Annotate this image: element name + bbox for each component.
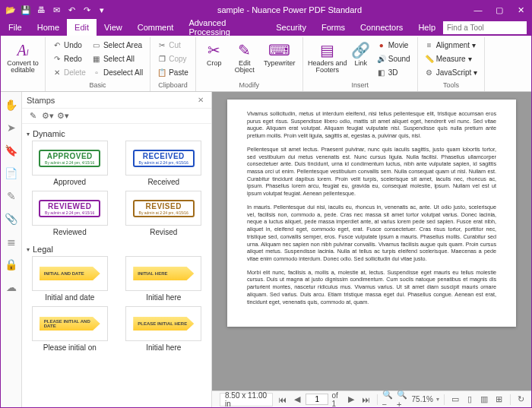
arrow-tool-icon[interactable]: ➤ [3,119,20,136]
cloud-icon[interactable]: ☁ [3,279,20,296]
3d-button[interactable]: ◧3D [375,66,413,79]
menubar: File Home Edit View Comment Advanced Pro… [1,19,531,36]
ribbon-group-modify: ✂ Crop ✎ Edit Object ⌨ Typewriter Modify [196,37,303,91]
copy-button[interactable]: ❐Copy [155,52,191,65]
menu-edit[interactable]: Edit [67,19,97,36]
redo-button[interactable]: ↷Redo [50,52,88,65]
link-button[interactable]: 🔗 Link [349,39,373,81]
print-icon[interactable]: 🖶 [34,3,48,17]
javascript-button[interactable]: ⚙JavaScript ▾ [423,66,480,79]
edit-icon[interactable]: ✎ [3,188,20,204]
paste-button[interactable]: 📋Paste [155,66,191,79]
measure-button[interactable]: 📏Measure ▾ [423,52,480,65]
statusbar: 8.50 x 11.00 in ⏮ ◀ of 1 ▶ ⏭ 🔍− 🔍+ 75.1%… [212,391,531,407]
stamp-preview[interactable]: REVISEDBy admin at 2:24 pm, 4/15/16 [125,191,201,226]
paragraph: Vivamus sollicitudin, metus ut interdum … [247,110,496,140]
panel-close-icon[interactable]: ✕ [195,94,207,106]
crop-button[interactable]: ✂ Crop [201,39,228,81]
delete-button[interactable]: ✕Delete [50,66,88,79]
menu-advanced[interactable]: Advanced Processing [181,19,268,36]
undo-icon[interactable]: ↶ [65,3,78,17]
view-mode-2-icon[interactable]: ▯ [464,393,475,406]
movie-button[interactable]: ●Movie [375,39,413,52]
undo-button[interactable]: ↶Undo [50,39,88,52]
menu-forms[interactable]: Forms [314,19,353,36]
stamp-preview[interactable]: PLEASE INITIAL AND DATE [32,306,108,341]
stamp-item: INITIAL HEREInitial here [121,256,207,302]
bookmarks-icon[interactable]: 🔖 [3,142,20,159]
ribbon-group-convert: AI Convert to editable [1,37,46,91]
next-page-button[interactable]: ▶ [346,393,357,406]
stamp-preview[interactable]: PLEASE INITIAL HERE [125,306,201,341]
category-legal[interactable]: Legal [27,242,207,256]
minimize-button[interactable]: ― [467,1,489,19]
find-tool-input[interactable] [443,21,527,34]
stamp-options-icon[interactable]: ⚙▾ [57,110,69,122]
stamp-item: REVISEDBy admin at 2:24 pm, 4/15/16Revis… [121,191,207,236]
menu-help[interactable]: Help [410,19,443,36]
stamp-item: PLEASE INITIAL AND DATEPlease initial on [27,306,113,352]
menu-view[interactable]: View [97,19,130,36]
last-page-button[interactable]: ⏭ [360,393,372,406]
stamp-item: REVIEWEDBy admin at 2:24 pm, 4/15/16Revi… [27,191,113,236]
zoom-level: 75.1% [412,395,433,403]
mail-icon[interactable]: ✉ [49,3,63,17]
zoom-in-button[interactable]: 🔍+ [397,393,408,406]
deselect-all-icon: ▫ [92,68,101,77]
3d-icon: ◧ [377,68,386,77]
menu-home[interactable]: Home [30,19,67,36]
stamp-settings-icon[interactable]: ⚙▾ [42,110,54,122]
paragraph: Morbi elit nunc, facilisis a, mollis a, … [247,269,496,306]
maximize-button[interactable]: ▢ [489,1,510,19]
select-all-icon: ▦ [92,55,101,64]
sound-button[interactable]: 🔊Sound [375,52,413,65]
save-icon[interactable]: 💾 [19,3,33,17]
typewriter-icon: ⌨ [268,40,290,60]
hand-tool-icon[interactable]: ✋ [3,96,20,113]
typewriter-button[interactable]: ⌨ Typewriter [261,39,298,81]
select-area-button[interactable]: ▭Select Area [90,39,145,52]
select-area-icon: ▭ [92,41,101,50]
close-button[interactable]: ✕ [510,1,531,19]
alignment-button[interactable]: ≡Alignment ▾ [423,39,480,52]
first-page-button[interactable]: ⏮ [276,393,287,406]
stamp-preview[interactable]: INITIAL HERE [125,256,201,291]
convert-button[interactable]: AI Convert to editable [5,39,40,81]
menu-file[interactable]: File [1,19,30,36]
stamp-preview[interactable]: RECEIVEDBy admin at 2:24 pm, 4/15/16 [125,141,201,176]
security-icon[interactable]: 🔒 [3,256,20,273]
stamp-label: Initial and date [45,293,94,302]
document-scroll[interactable]: Vivamus sollicitudin, metus ut interdum … [212,92,531,391]
menu-connectors[interactable]: Connectors [353,19,410,36]
rotate-button[interactable]: ↻ [515,393,527,406]
deselect-all-button[interactable]: ▫Deselect All [90,66,145,79]
edit-object-button[interactable]: ✎ Edit Object [230,39,260,81]
page-number-input[interactable] [306,394,328,405]
layers-icon[interactable]: ≣ [3,233,20,250]
menu-security[interactable]: Security [268,19,314,36]
stamp-preview[interactable]: APPROVEDBy admin at 2:24 pm, 4/15/16 [32,141,108,176]
ribbon-group-clipboard: ✂Cut ❐Copy 📋Paste Clipboard [150,37,196,91]
new-stamp-icon[interactable]: ✎ [27,110,39,122]
view-mode-4-icon[interactable]: ⊞ [493,393,505,406]
redo-icon[interactable]: ↷ [80,3,93,17]
category-dynamic[interactable]: Dynamic [27,127,207,141]
attachments-icon[interactable]: 📎 [3,210,20,227]
stamp-preview[interactable]: REVIEWEDBy admin at 2:24 pm, 4/15/16 [32,191,108,226]
page-size-indicator: 8.50 x 11.00 in [220,393,273,406]
undo-icon: ↶ [52,41,62,50]
view-mode-1-icon[interactable]: ▭ [449,393,461,406]
stamp-item: APPROVEDBy admin at 2:24 pm, 4/15/16Appr… [27,141,113,186]
titlebar: 📂 💾 🖶 ✉ ↶ ↷ ▾ sample - Nuance Power PDF … [1,1,531,19]
zoom-out-button[interactable]: 🔍− [382,393,394,406]
prev-page-button[interactable]: ◀ [291,393,302,406]
cut-button[interactable]: ✂Cut [155,39,191,52]
headers-footers-button[interactable]: ▤ Headers and Footers [308,39,347,81]
view-mode-3-icon[interactable]: ▥ [479,393,490,406]
menu-comment[interactable]: Comment [130,19,182,36]
stamp-preview[interactable]: INITIAL AND DATE [32,256,108,291]
select-all-button[interactable]: ▦Select All [90,52,145,65]
pages-icon[interactable]: 📄 [3,165,20,182]
open-icon[interactable]: 📂 [4,3,17,17]
qat-dropdown-icon[interactable]: ▾ [95,3,109,17]
